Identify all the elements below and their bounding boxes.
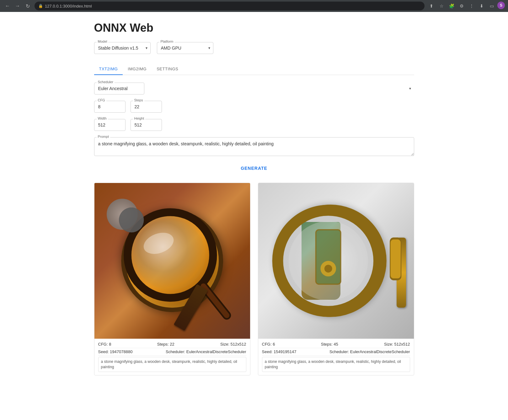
scheduler-select[interactable]: Euler Ancestral xyxy=(94,83,144,94)
bookmark-button[interactable]: ☆ xyxy=(437,2,446,10)
svg-point-12 xyxy=(324,265,332,272)
height-group: Height xyxy=(131,119,162,131)
results-grid: CFG: 8 Steps: 22 Size: 512x512 Seed: 194… xyxy=(94,183,414,375)
scheduler-group: Scheduler Euler Ancestral ▾ xyxy=(94,83,414,94)
width-height-row: Width Height xyxy=(94,119,414,131)
tabs-bar: TXT2IMG IMG2IMG SETTINGS xyxy=(94,63,414,75)
tab-settings[interactable]: SETTINGS xyxy=(152,63,183,75)
result-info-1: CFG: 8 Steps: 22 Size: 512x512 Seed: 194… xyxy=(94,339,250,375)
width-group: Width xyxy=(94,119,126,131)
back-button[interactable]: ← xyxy=(3,2,12,10)
svg-point-1 xyxy=(135,220,205,290)
result-card-1: CFG: 8 Steps: 22 Size: 512x512 Seed: 194… xyxy=(94,183,250,375)
result1-cfg: CFG: 8 xyxy=(98,342,111,347)
forward-button[interactable]: → xyxy=(13,2,22,10)
svg-line-4 xyxy=(203,286,227,315)
browser-actions: ⬆ ☆ 🧩 ⚙ ⋮ ⬇ ▭ S xyxy=(427,2,505,10)
result2-scheduler: Scheduler: EulerAncestralDiscreteSchedul… xyxy=(329,349,410,354)
model-platform-row: Model Stable Diffusion v1.5 ▾ Platform A… xyxy=(94,42,414,54)
image1-svg xyxy=(94,183,250,339)
generated-image-2 xyxy=(258,183,414,339)
lock-icon: 🔒 xyxy=(38,4,43,8)
result2-cfg: CFG: 6 xyxy=(262,342,275,347)
result-info-2: CFG: 6 Steps: 45 Size: 512x512 Seed: 154… xyxy=(258,339,414,375)
image2-svg xyxy=(258,183,414,339)
browser-chrome: ← → ↻ 🔒 127.0.0.1:3000/index.html ⬆ ☆ 🧩 … xyxy=(0,0,508,12)
window-button[interactable]: ▭ xyxy=(487,2,496,10)
share-button[interactable]: ⬆ xyxy=(427,2,436,10)
cfg-group: CFG xyxy=(94,101,126,113)
steps-label: Steps xyxy=(133,98,144,102)
puzzle-button[interactable]: ⚙ xyxy=(457,2,466,10)
menu-button[interactable]: ⋮ xyxy=(467,2,476,10)
width-label: Width xyxy=(97,116,108,120)
browser-nav-buttons: ← → ↻ xyxy=(3,2,32,10)
reload-button[interactable]: ↻ xyxy=(23,2,32,10)
model-select-group: Model Stable Diffusion v1.5 ▾ xyxy=(94,42,151,54)
result2-seed: Seed: 1549195147 xyxy=(262,349,297,354)
address-bar[interactable]: 🔒 127.0.0.1:3000/index.html xyxy=(35,2,425,10)
svg-point-6 xyxy=(119,207,144,232)
result1-seed: Seed: 1947078880 xyxy=(98,349,133,354)
platform-select[interactable]: AMD GPU xyxy=(157,42,213,54)
result-meta-row-2a: CFG: 6 Steps: 45 Size: 512x512 xyxy=(262,342,410,348)
result-meta-row-1a: CFG: 8 Steps: 22 Size: 512x512 xyxy=(98,342,246,348)
profile-button[interactable]: S xyxy=(497,2,505,9)
page-title: ONNX Web xyxy=(94,21,414,35)
steps-input[interactable] xyxy=(131,101,162,113)
cfg-label: CFG xyxy=(97,98,106,102)
tab-txt2img[interactable]: TXT2IMG xyxy=(94,63,123,75)
tab-img2img[interactable]: IMG2IMG xyxy=(123,63,152,75)
steps-group: Steps xyxy=(131,101,162,113)
result-image-2 xyxy=(258,183,414,339)
generated-image-1 xyxy=(94,183,250,339)
platform-label: Platform xyxy=(159,40,175,43)
result1-prompt: a stone magnifying glass, a wooden desk,… xyxy=(98,357,246,372)
cfg-input[interactable] xyxy=(94,101,126,113)
result1-size: Size: 512x512 xyxy=(220,342,246,347)
result-meta-row-2b: Seed: 1549195147 Scheduler: EulerAncestr… xyxy=(262,349,410,356)
model-select[interactable]: Stable Diffusion v1.5 xyxy=(94,42,151,54)
height-label: Height xyxy=(133,116,146,120)
scheduler-chevron-icon: ▾ xyxy=(409,86,411,91)
prompt-label: Prompt xyxy=(97,135,110,138)
result2-size: Size: 512x512 xyxy=(384,342,410,347)
result1-scheduler: Scheduler: EulerAncestralDiscreteSchedul… xyxy=(166,349,246,354)
height-input[interactable] xyxy=(131,119,162,131)
prompt-group: Prompt xyxy=(94,137,414,157)
main-content: ONNX Web Model Stable Diffusion v1.5 ▾ P… xyxy=(88,12,420,385)
download-button[interactable]: ⬇ xyxy=(477,2,486,10)
result-meta-row-1b: Seed: 1947078880 Scheduler: EulerAncestr… xyxy=(98,349,246,356)
result2-steps: Steps: 45 xyxy=(321,342,338,347)
svg-rect-14 xyxy=(390,240,400,278)
cfg-steps-row: CFG Steps xyxy=(94,101,414,113)
result-card-2: CFG: 6 Steps: 45 Size: 512x512 Seed: 154… xyxy=(258,183,414,375)
url-text: 127.0.0.1:3000/index.html xyxy=(45,4,92,8)
prompt-textarea[interactable] xyxy=(94,137,414,156)
result-image-1 xyxy=(94,183,250,339)
result1-steps: Steps: 22 xyxy=(157,342,174,347)
scheduler-label: Scheduler xyxy=(97,80,115,84)
platform-select-group: Platform AMD GPU ▾ xyxy=(157,42,213,54)
model-label: Model xyxy=(97,40,109,43)
result2-prompt: a stone magnifying glass, a wooden desk,… xyxy=(262,357,410,372)
width-input[interactable] xyxy=(94,119,126,131)
extension-button[interactable]: 🧩 xyxy=(447,2,456,10)
generate-button[interactable]: GENERATE xyxy=(94,163,414,173)
